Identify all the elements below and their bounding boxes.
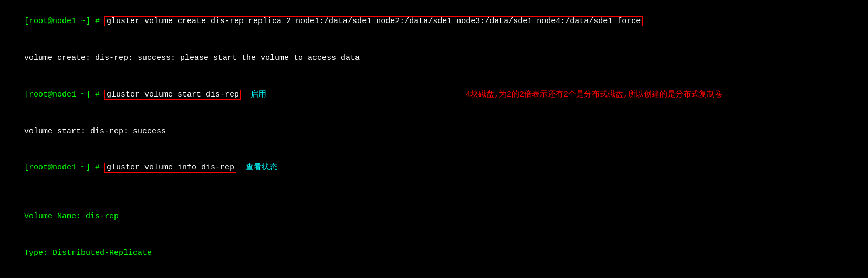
- annotation-enable: 启用: [241, 90, 266, 99]
- create-success-text: volume create: dis-rep: success: please …: [24, 54, 360, 62]
- annotation-note: 4块磁盘,为2的2倍表示还有2个是分布式磁盘,所以创建的是分布式复制卷: [466, 90, 723, 99]
- type-text: Type: Distributed-Replicate: [24, 249, 152, 258]
- annotation-status: 查看状态: [236, 163, 277, 172]
- volume-name-line: Volume Name: dis-rep: [5, 198, 863, 235]
- line-start-output: volume start: dis-rep: success: [5, 113, 863, 149]
- volume-id-line: Volume ID: e0698f41-dd9c-42d3-bd21-a5145…: [5, 272, 863, 279]
- volume-name-text: Volume Name: dis-rep: [24, 212, 119, 221]
- blank-line: [5, 186, 863, 198]
- info-command: gluster volume info dis-rep: [104, 163, 236, 173]
- create-command: gluster volume create dis-rep replica 2 …: [104, 16, 643, 26]
- terminal-window: [root@node1 ~] # gluster volume create d…: [0, 0, 868, 278]
- type-line: Type: Distributed-Replicate: [5, 235, 863, 272]
- prompt-1: [root@node1 ~] #: [24, 17, 104, 26]
- line-start-command: [root@node1 ~] # gluster volume start di…: [5, 77, 863, 113]
- prompt-3: [root@node1 ~] #: [24, 163, 104, 172]
- line-create-output: volume create: dis-rep: success: please …: [5, 40, 863, 77]
- prompt-2: [root@node1 ~] #: [24, 90, 104, 99]
- start-success-text: volume start: dis-rep: success: [24, 127, 166, 136]
- line-info-command: [root@node1 ~] # gluster volume info dis…: [5, 149, 863, 186]
- start-command: gluster volume start dis-rep: [104, 90, 241, 100]
- line-create-command: [root@node1 ~] # gluster volume create d…: [5, 3, 863, 40]
